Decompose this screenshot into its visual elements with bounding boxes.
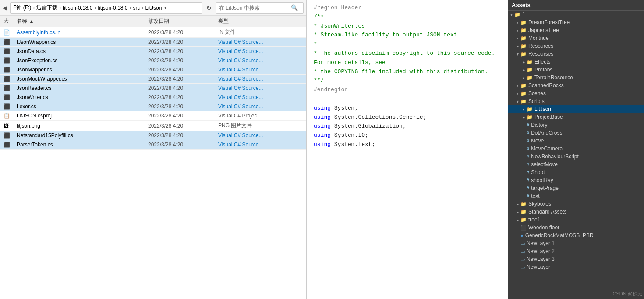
- search-icon[interactable]: 🔍: [291, 4, 298, 11]
- tree-icon: 📁: [520, 20, 527, 25]
- address-path[interactable]: F神 (F:) › 迅雷下载 › litjson-0.18.0 › litjso…: [10, 2, 202, 14]
- tree-label: DotAndCross: [531, 130, 562, 136]
- tree-item-script-move[interactable]: # Move: [508, 137, 644, 145]
- tree-item-folder-dreamforest[interactable]: ▸ 📁 DreamForestTree: [508, 18, 644, 26]
- table-row[interactable]: ⬛ ParserToken.cs 2022/3/28 4:20 Visual C…: [0, 140, 306, 150]
- refresh-button[interactable]: ↻: [204, 3, 214, 13]
- code-line: #endregion: [314, 85, 501, 95]
- tree-icon: 📁: [514, 12, 520, 18]
- tree-item-folder-montnue[interactable]: ▸ 📁 Montnue: [508, 34, 644, 42]
- watermark: CSDN @秩元: [613, 291, 642, 297]
- file-name: JsonException.cs: [17, 57, 148, 64]
- file-date: 2022/3/28 4:20: [148, 48, 218, 54]
- path-litjson2: litjson-0.18.0: [98, 5, 127, 11]
- tree-icon: #: [527, 122, 529, 128]
- tree-icon: ●: [520, 233, 524, 238]
- tree-item-script-dotandcross[interactable]: # DotAndCross: [508, 129, 644, 137]
- file-name: IJsonWrapper.cs: [17, 39, 148, 45]
- search-input[interactable]: [219, 5, 289, 11]
- tree-arrow: ▸: [520, 68, 527, 72]
- tree-item-material-woodenfloor[interactable]: ⬛ Wooden floor: [508, 224, 644, 231]
- tree-item-folder-profabs[interactable]: ▸ 📁 Profabs: [508, 66, 644, 74]
- tree-item-folder-skyboxes[interactable]: ▸ 📁 Skyboxes: [508, 200, 644, 208]
- file-date: 2022/3/28 4:20: [148, 123, 218, 129]
- tree-item-layer-newlayer2[interactable]: ▭ NewLayer 2: [508, 247, 644, 255]
- path-litjson-folder: LitJson: [145, 5, 162, 11]
- tree-item-script-text[interactable]: # text: [508, 192, 644, 200]
- tree-item-script-shoot[interactable]: # Shoot: [508, 168, 644, 176]
- table-row[interactable]: ⬛ JsonException.cs 2022/3/28 4:20 Visual…: [0, 56, 306, 65]
- file-type: Visual C# Source...: [218, 142, 288, 148]
- tree-label: Resources: [528, 43, 553, 49]
- path-dropdown-arrow[interactable]: ▾: [164, 5, 166, 10]
- file-icon: ⬛: [4, 39, 17, 45]
- tree-item-asset-genericrock[interactable]: ● GenericRockMatMOSS_PBR: [508, 231, 644, 239]
- file-type: IN 文件: [218, 28, 288, 36]
- tree-item-script-targetprage[interactable]: # targetPrage: [508, 184, 644, 192]
- file-name: litjson.png: [17, 123, 148, 129]
- tree-icon: #: [527, 138, 529, 143]
- col-type-header[interactable]: 类型: [218, 18, 288, 25]
- code-line: * JsonWriter.cs: [314, 22, 501, 31]
- table-row[interactable]: 📋 LitJSON.csproj 2022/3/28 4:20 Visual C…: [0, 111, 306, 121]
- file-icon: ⬛: [4, 94, 17, 100]
- tree-item-folder-scannedrocks[interactable]: ▸ 📁 ScannedRocks: [508, 82, 644, 89]
- tree-item-script-distory[interactable]: # Distory: [508, 121, 644, 129]
- table-row[interactable]: ⬛ JsonData.cs 2022/3/28 4:20 Visual C# S…: [0, 47, 306, 56]
- tree-item-folder-terrainresource[interactable]: ▸ 📁 TerrainResource: [508, 74, 644, 82]
- tree-icon: 📁: [527, 59, 533, 65]
- tree-item-folder-scenes[interactable]: ▸ 📁 Scenes: [508, 89, 644, 97]
- file-type: Visual C# Source...: [218, 67, 288, 73]
- tree-item-script-shootray[interactable]: # shootRay: [508, 176, 644, 184]
- path-fshen: F神 (F:): [13, 4, 31, 11]
- table-row[interactable]: 📄 AssemblyInfo.cs.in 2022/3/28 4:20 IN 文…: [0, 27, 306, 38]
- path-src: src: [133, 5, 140, 11]
- tree-icon: 📁: [520, 99, 527, 104]
- table-row[interactable]: ⬛ JsonWriter.cs 2022/3/28 4:20 Visual C#…: [0, 93, 306, 102]
- tree-arrow: ▸: [520, 107, 527, 112]
- tree-item-folder-tree1[interactable]: ▸ 📁 tree1: [508, 216, 644, 224]
- tree-arrow: ▸: [514, 91, 520, 96]
- file-name: JsonWriter.cs: [17, 94, 148, 100]
- tree-item-script-newbehaviour[interactable]: # NewBehaviourScript: [508, 153, 644, 160]
- tree-item-folder-effects[interactable]: ▸ 📁 Effects: [508, 58, 644, 66]
- tree-item-script-movecamera[interactable]: # MoveCamera: [508, 145, 644, 153]
- tree-item-layer-newlayer1[interactable]: ▭ NewLayer 1: [508, 239, 644, 247]
- table-row[interactable]: ⬛ Netstandard15Polyfill.cs 2022/3/28 4:2…: [0, 131, 306, 140]
- tree-item-folder-1[interactable]: ▾ 📁 1: [508, 11, 644, 18]
- file-icon: ⬛: [4, 132, 17, 139]
- tree-icon: #: [527, 162, 529, 167]
- table-row[interactable]: ⬛ JsonMapper.cs 2022/3/28 4:20 Visual C#…: [0, 65, 306, 75]
- tree-item-folder-standardassets[interactable]: ▸ 📁 Standard Assets: [508, 208, 644, 216]
- tree-label: MoveCamera: [531, 146, 563, 152]
- tree-item-layer-newlayer[interactable]: ▭ NewLayer: [508, 263, 644, 271]
- tree-item-folder-japnens[interactable]: ▸ 📁 JapnensTree: [508, 26, 644, 34]
- col-name-header[interactable]: 名称 ▲: [17, 18, 148, 25]
- file-list: 📄 AssemblyInfo.cs.in 2022/3/28 4:20 IN 文…: [0, 27, 306, 299]
- tree-item-folder-litjson[interactable]: ▸ 📁 LitJson: [508, 105, 644, 113]
- back-button[interactable]: ◀: [3, 5, 7, 11]
- path-xunlei: 迅雷下载: [36, 4, 57, 11]
- file-type: PNG 图片文件: [218, 122, 288, 129]
- table-row[interactable]: 🖼 litjson.png 2022/3/28 4:20 PNG 图片文件: [0, 121, 306, 131]
- tree-item-folder-resources[interactable]: ▸ 📁 Resources: [508, 42, 644, 50]
- tree-item-folder-scripts[interactable]: ▾ 📁 Scripts: [508, 97, 644, 105]
- table-row[interactable]: ⬛ Lexer.cs 2022/3/28 4:20 Visual C# Sour…: [0, 102, 306, 111]
- tree-item-layer-newlayer3[interactable]: ▭ NewLayer 3: [508, 255, 644, 263]
- file-date: 2022/3/28 4:20: [148, 29, 218, 36]
- table-row[interactable]: ⬛ JsonMockWrapper.cs 2022/3/28 4:20 Visu…: [0, 75, 306, 84]
- tree-label: JapnensTree: [528, 27, 559, 33]
- tree-icon: 📁: [520, 91, 527, 96]
- tree-item-script-selectmove[interactable]: # selectMove: [508, 160, 644, 168]
- tree-label: GenericRockMatMOSS_PBR: [525, 232, 594, 238]
- table-row[interactable]: ⬛ JsonReader.cs 2022/3/28 4:20 Visual C#…: [0, 84, 306, 93]
- table-row[interactable]: ⬛ IJsonWrapper.cs 2022/3/28 4:20 Visual …: [0, 38, 306, 47]
- file-type: Visual C# Projec...: [218, 113, 288, 119]
- col-date-header[interactable]: 修改日期: [148, 18, 218, 25]
- file-name: ParserToken.cs: [17, 142, 148, 148]
- tree-arrow: ▸: [514, 44, 520, 49]
- file-name: JsonMockWrapper.cs: [17, 76, 148, 82]
- tree-item-folder-projectbase[interactable]: ▸ 📁 ProjectBase: [508, 113, 644, 121]
- tree-item-folder-resourses[interactable]: ▾ 📁 Resourses: [508, 50, 644, 58]
- tree-icon: 📁: [520, 201, 527, 207]
